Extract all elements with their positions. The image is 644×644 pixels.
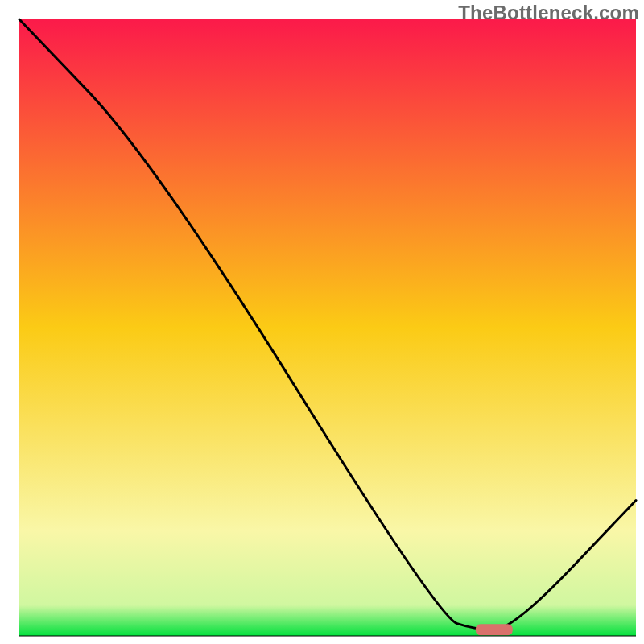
bottleneck-chart bbox=[0, 0, 644, 644]
sweet-spot-marker bbox=[476, 624, 513, 635]
gradient-background bbox=[19, 19, 636, 636]
watermark-text: TheBottleneck.com bbox=[458, 2, 639, 24]
chart-stage: TheBottleneck.com bbox=[0, 0, 644, 644]
